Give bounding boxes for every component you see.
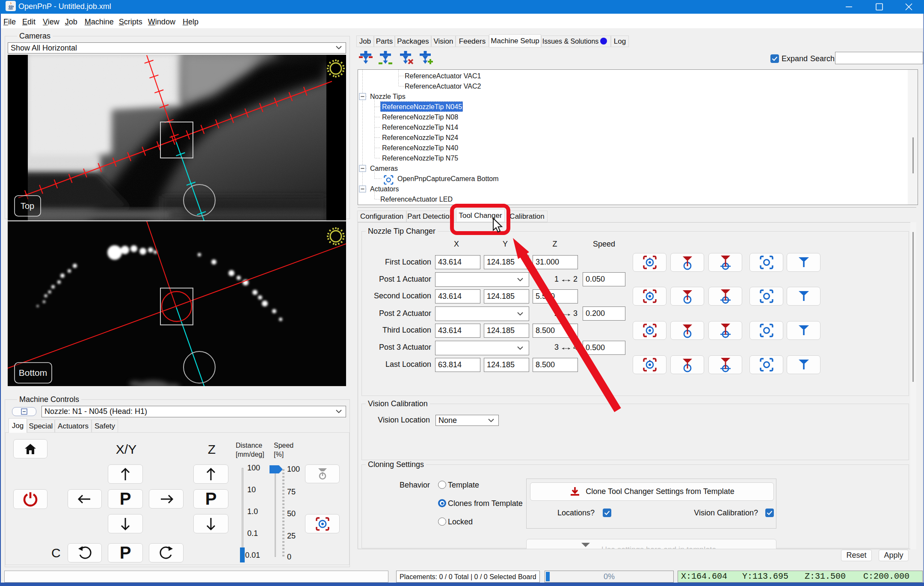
- svg-text:ReferenceNozzleTip N40: ReferenceNozzleTip N40: [382, 144, 458, 152]
- svg-text:OpenPnpCaptureCamera Bottom: OpenPnpCaptureCamera Bottom: [397, 175, 499, 182]
- svg-text:ReferenceActuator VAC2: ReferenceActuator VAC2: [405, 83, 481, 90]
- svg-text:Bottom: Bottom: [19, 368, 47, 378]
- svg-text:ReferenceActuator LED: ReferenceActuator LED: [380, 196, 453, 203]
- svg-text:ReferenceNozzleTip N24: ReferenceNozzleTip N24: [382, 134, 458, 141]
- svg-text:ReferenceNozzleTip N045: ReferenceNozzleTip N045: [382, 103, 462, 110]
- svg-text:Actuators: Actuators: [370, 185, 399, 193]
- svg-text:ReferenceNozzleTip N75: ReferenceNozzleTip N75: [382, 155, 458, 162]
- svg-text:Top: Top: [21, 201, 34, 211]
- svg-text:Cameras: Cameras: [370, 165, 398, 172]
- svg-text:ReferenceActuator VAC1: ReferenceActuator VAC1: [405, 72, 481, 80]
- svg-text:ReferenceNozzleTip N08: ReferenceNozzleTip N08: [382, 113, 458, 121]
- svg-text:ReferenceNozzleTip N14: ReferenceNozzleTip N14: [382, 124, 458, 131]
- svg-text:Use settings here and in templ: Use settings here and in template: [601, 545, 716, 549]
- svg-text:Nozzle Tips: Nozzle Tips: [370, 93, 406, 100]
